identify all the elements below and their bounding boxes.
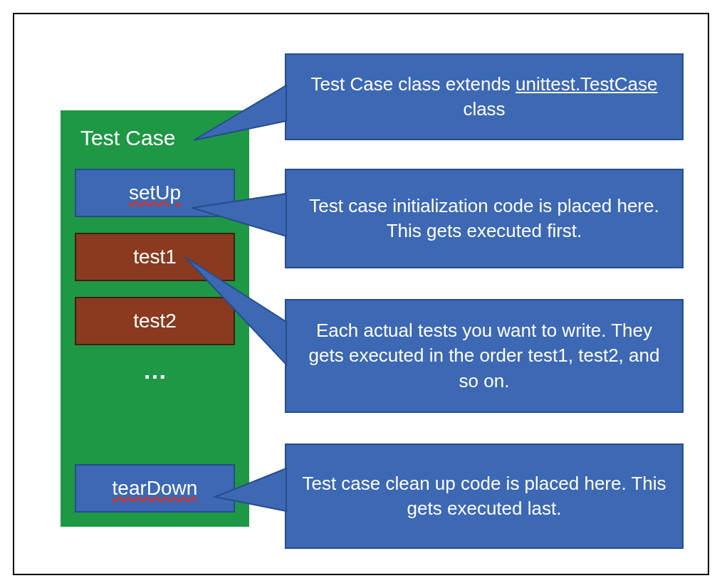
- callout-class-suffix: class: [463, 98, 505, 120]
- pointer-setup: [191, 169, 288, 268]
- callout-setup: Test case initialization code is placed …: [285, 169, 684, 268]
- svg-marker-1: [192, 194, 286, 236]
- svg-marker-3: [215, 468, 286, 511]
- svg-marker-2: [185, 257, 286, 364]
- callout-class-underline: unittest.TestCase: [516, 73, 657, 95]
- teardown-label: tearDown: [113, 477, 198, 500]
- teardown-block: tearDown: [75, 464, 235, 513]
- pointer-tests: [182, 254, 288, 368]
- callout-teardown-text: Test case clean up code is placed here. …: [302, 471, 666, 521]
- test1-label: test1: [133, 246, 177, 268]
- callout-setup-text: Test case initialization code is placed …: [302, 194, 666, 243]
- pointer-class: [192, 53, 288, 142]
- callout-teardown: Test case clean up code is placed here. …: [285, 443, 684, 549]
- callout-class: Test Case class extends unittest.TestCas…: [285, 53, 684, 140]
- callout-tests-text: Each actual tests you want to write. The…: [302, 318, 666, 393]
- callout-tests: Each actual tests you want to write. The…: [285, 299, 684, 413]
- test2-label: test2: [133, 310, 177, 332]
- callout-class-prefix: Test Case class extends: [310, 73, 516, 95]
- svg-marker-0: [194, 85, 286, 140]
- setup-label: setUp: [129, 182, 181, 204]
- pointer-teardown: [214, 443, 288, 549]
